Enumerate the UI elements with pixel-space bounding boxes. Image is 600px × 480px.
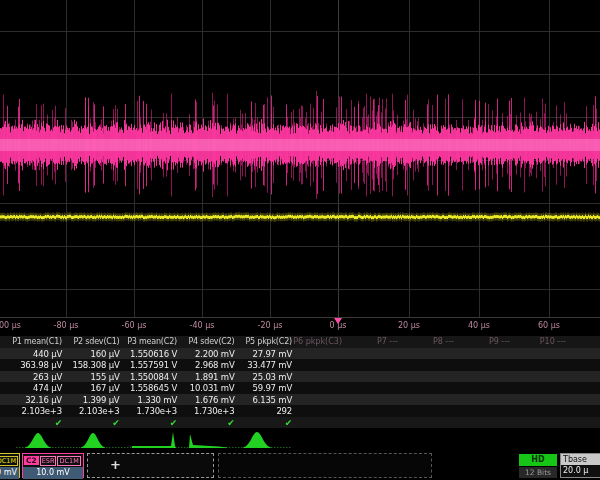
measure-value: 263 µV [4, 372, 62, 382]
table-row: 2.103e+32.103e+31.730e+31.730e+3292 [0, 405, 600, 417]
param-header[interactable]: P1 mean(C1) [4, 337, 62, 346]
c2-esr-badge: ESR [40, 456, 57, 466]
status-check-icon: ✔ [4, 418, 62, 428]
time-tick-label: 40 µs [468, 321, 490, 330]
measure-value: 1.330 mV [119, 395, 177, 405]
time-tick-label: 00 µs [0, 321, 21, 330]
table-row: 474 µV167 µV1.558645 V10.031 mV59.97 mV [0, 382, 600, 394]
timebase-value: 20.0 µ [561, 465, 600, 477]
measure-value: 1.550616 V [119, 349, 177, 359]
measure-value: 363.98 µV [4, 360, 62, 370]
add-channel-button[interactable]: + [87, 453, 214, 478]
timebase-descriptor[interactable]: Tbase 20.0 µ [560, 453, 600, 478]
param-header-inactive[interactable]: P8 --- [402, 337, 454, 346]
time-tick-label: -80 µs [54, 321, 79, 330]
c2-scale-value: 10.0 mV [23, 467, 83, 479]
channel-c2-descriptor[interactable]: C2 ESR DC1M 10.0 mV [22, 453, 84, 478]
measure-value: 1.676 mV [177, 395, 235, 405]
measure-value: 158.308 µV [62, 360, 120, 370]
measure-table[interactable]: P1 mean(C1)P2 sdev(C1)P3 mean(C2)P4 sdev… [0, 336, 600, 428]
measure-value: 2.103e+3 [62, 406, 120, 416]
measure-value: 1.730e+3 [119, 406, 177, 416]
measurement-histicons [0, 428, 600, 452]
c1-coupling-badge: DC1M [0, 456, 18, 466]
measure-value: 440 µV [4, 349, 62, 359]
param-header[interactable]: P3 mean(C2) [119, 337, 177, 346]
table-row: 32.16 µV1.399 µV1.330 mV1.676 mV6.135 mV [0, 394, 600, 406]
status-check-icon: ✔ [234, 418, 292, 428]
param-header[interactable]: P2 sdev(C1) [62, 337, 120, 346]
empty-trace-slot[interactable] [218, 453, 432, 478]
measure-value: 6.135 mV [234, 395, 292, 405]
status-check-icon: ✔ [119, 418, 177, 428]
measure-value: 33.477 mV [234, 360, 292, 370]
measure-value: 59.97 mV [234, 383, 292, 393]
measure-value: 32.16 µV [4, 395, 62, 405]
c1-scale-value: 10.0 mV [0, 467, 19, 479]
measure-value: 160 µV [62, 349, 120, 359]
table-row: P1 mean(C1)P2 sdev(C1)P3 mean(C2)P4 sdev… [0, 336, 600, 348]
timebase-title: Tbase [561, 454, 600, 465]
measure-value: 167 µV [62, 383, 120, 393]
measure-value: 474 µV [4, 383, 62, 393]
measure-value: 1.557591 V [119, 360, 177, 370]
status-check-icon: ✔ [177, 418, 235, 428]
param-header-inactive[interactable]: P10 --- [514, 337, 566, 346]
measure-value: 2.103e+3 [4, 406, 62, 416]
channel-c1-descriptor[interactable]: DC1M 10.0 mV [0, 453, 20, 478]
time-tick-label: 0 µs [330, 321, 347, 330]
measure-value: 2.200 mV [177, 349, 235, 359]
table-row: ✔✔✔✔✔ [0, 417, 600, 429]
time-tick-label: 60 µs [538, 321, 560, 330]
measure-value: 292 [234, 406, 292, 416]
time-tick-label: -40 µs [190, 321, 215, 330]
measure-value: 1.730e+3 [177, 406, 235, 416]
time-tick-label: -20 µs [258, 321, 283, 330]
c2-coupling-badge: DC1M [57, 456, 80, 466]
measure-value: 1.891 mV [177, 372, 235, 382]
table-row: 363.98 µV158.308 µV1.557591 V2.968 mV33.… [0, 359, 600, 371]
hd-mode-badge[interactable]: HD [519, 454, 557, 466]
param-header-inactive[interactable]: P7 --- [346, 337, 398, 346]
measure-value: 27.97 mV [234, 349, 292, 359]
measure-value: 1.399 µV [62, 395, 120, 405]
measure-value: 1.558645 V [119, 383, 177, 393]
oscilloscope-screen: 00 µs-80 µs-60 µs-40 µs-20 µs0 µs20 µs40… [0, 0, 600, 480]
measure-value: 1.550084 V [119, 372, 177, 382]
param-header-inactive[interactable]: P9 --- [458, 337, 510, 346]
measure-value: 10.031 mV [177, 383, 235, 393]
param-header-inactive[interactable]: P11 [570, 337, 600, 346]
waveform-display[interactable] [0, 0, 600, 318]
bit-depth-label: 12 Bits [519, 467, 557, 478]
measure-value: 2.968 mV [177, 360, 235, 370]
time-tick-label: -60 µs [122, 321, 147, 330]
measure-value: 155 µV [62, 372, 120, 382]
status-check-icon: ✔ [62, 418, 120, 428]
param-header[interactable]: P5 pkpk(C2) [234, 337, 292, 346]
param-header[interactable]: P4 sdev(C2) [177, 337, 235, 346]
param-header-inactive[interactable]: P6 pkpk(C3) [290, 337, 342, 346]
table-row: 440 µV160 µV1.550616 V2.200 mV27.97 mV [0, 348, 600, 360]
measure-value: 25.03 mV [234, 372, 292, 382]
c2-label: C2 [24, 456, 39, 465]
plus-icon: + [110, 457, 121, 472]
time-axis: 00 µs-80 µs-60 µs-40 µs-20 µs0 µs20 µs40… [0, 317, 600, 335]
table-row: 263 µV155 µV1.550084 V1.891 mV25.03 mV [0, 371, 600, 383]
time-tick-label: 20 µs [398, 321, 420, 330]
